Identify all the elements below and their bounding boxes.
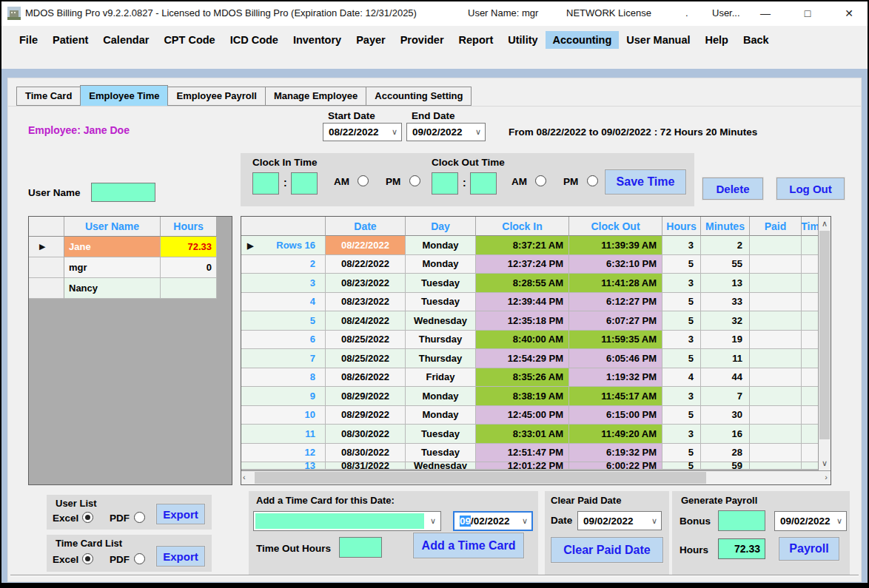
column-header-clock-out[interactable]: Clock Out xyxy=(569,217,662,236)
time-grid-row[interactable]: 1308/31/2022Wednesday12:01:22 PM6:00:22 … xyxy=(241,462,819,470)
time-out-hours-label: Time Out Hours xyxy=(256,543,331,554)
time-grid-row[interactable]: 408/23/2022Tuesday12:39:44 PM6:12:27 PM5… xyxy=(241,293,819,312)
maximize-icon[interactable]: □ xyxy=(795,1,820,26)
clear-paid-date-combobox[interactable]: 09/02/2022 ∨ xyxy=(577,511,662,530)
time-card-list-excel-radio[interactable] xyxy=(82,553,93,564)
time-card-combobox[interactable]: ∨ xyxy=(253,511,441,531)
payroll-date-combobox[interactable]: 09/02/2022 ∨ xyxy=(774,511,847,531)
column-header-paid[interactable]: Paid xyxy=(750,217,802,236)
accounting-panel: Time CardEmployee TimeEmployee PayrollMa… xyxy=(7,78,862,582)
menu-item-provider[interactable]: Provider xyxy=(393,31,452,49)
menu-item-calendar[interactable]: Calendar xyxy=(95,31,156,49)
column-header-clock-in[interactable]: Clock In xyxy=(476,217,569,236)
minimize-icon[interactable]: — xyxy=(753,1,778,26)
menu-item-inventory[interactable]: Inventory xyxy=(286,31,349,49)
clock-out-cell: 6:19:32 PM xyxy=(569,444,662,463)
payroll-button[interactable]: Payroll xyxy=(779,537,839,561)
day-cell: Tuesday xyxy=(406,293,476,312)
user-grid-row[interactable]: Nancy xyxy=(29,278,232,299)
clock-out-hour-input[interactable] xyxy=(432,172,458,195)
clock-in-pm-label: PM xyxy=(386,176,400,187)
logout-button[interactable]: Log Out xyxy=(776,178,845,200)
menu-item-utility[interactable]: Utility xyxy=(500,31,545,49)
user-name-column-header[interactable]: User Name xyxy=(64,217,161,237)
tab-time-card[interactable]: Time Card xyxy=(16,87,81,106)
column-header-minutes[interactable]: Minutes xyxy=(701,217,750,236)
minutes-cell: 16 xyxy=(701,425,750,444)
tab-employee-time[interactable]: Employee Time xyxy=(80,85,168,106)
row-selector-cell xyxy=(29,257,64,278)
clock-out-minute-input[interactable] xyxy=(470,172,497,195)
add-time-card-button[interactable]: Add a Time Card xyxy=(413,533,524,558)
column-header-date[interactable]: Date xyxy=(326,217,406,236)
user-name-cell: mgr xyxy=(64,257,161,278)
hours-column-header[interactable]: Hours xyxy=(161,217,217,237)
user-list-pdf-radio[interactable] xyxy=(134,512,145,523)
menu-item-back[interactable]: Back xyxy=(736,31,776,49)
horizontal-scrollbar[interactable]: ‹ › xyxy=(241,470,831,484)
bonus-input[interactable] xyxy=(718,510,765,531)
save-time-button[interactable]: Save Time xyxy=(605,169,686,195)
menu-item-cpt-code[interactable]: CPT Code xyxy=(156,31,222,49)
row-number: 6 xyxy=(310,334,315,345)
user-list-excel-radio[interactable] xyxy=(82,512,93,523)
title-bar: MDOS Billing Pro v9.2.2.0827 - Licensed … xyxy=(1,1,868,26)
user-list-export-button[interactable]: Export xyxy=(156,504,205,524)
menu-item-help[interactable]: Help xyxy=(698,31,736,49)
time-grid-row[interactable]: 908/29/2022Monday8:38:19 AM11:45:17 AM37 xyxy=(241,387,819,406)
tab-employee-payroll[interactable]: Employee Payroll xyxy=(167,87,265,106)
column-header-hours[interactable]: Hours xyxy=(662,217,701,236)
menu-item-file[interactable]: File xyxy=(12,31,45,49)
tab-manage-employee[interactable]: Manage Employee xyxy=(265,87,366,106)
add-card-date-picker[interactable]: 09/02/2022 ∨ xyxy=(453,511,533,531)
time-grid-row[interactable]: ▶Rows 1608/22/2022Monday8:37:21 AM11:39:… xyxy=(241,236,819,255)
clock-out-pm-radio[interactable] xyxy=(587,175,598,186)
menu-item-icd-code[interactable]: ICD Code xyxy=(223,31,286,49)
time-grid-row[interactable]: 208/22/2022Monday12:37:24 PM6:32:10 PM55… xyxy=(241,255,819,274)
column-header-day[interactable]: Day xyxy=(406,217,476,236)
time-cell xyxy=(802,387,819,406)
close-icon[interactable]: ✕ xyxy=(836,1,862,26)
menu-item-payer[interactable]: Payer xyxy=(349,31,393,49)
scroll-left-icon[interactable]: ‹ xyxy=(243,471,246,484)
start-date-combobox[interactable]: 08/22/2022 ∨ xyxy=(323,123,402,141)
column-header-tim[interactable]: Tim xyxy=(802,217,819,236)
vertical-scrollbar[interactable]: ∧ ∨ xyxy=(818,217,831,470)
user-grid-row[interactable]: ▶Jane72.33 xyxy=(29,237,232,257)
clock-in-minute-input[interactable] xyxy=(291,172,318,195)
clear-paid-date-button[interactable]: Clear Paid Date xyxy=(551,537,663,563)
date-cell: 08/31/2022 xyxy=(326,462,406,470)
clock-in-pm-radio[interactable] xyxy=(409,175,420,186)
scroll-down-icon[interactable]: ∨ xyxy=(819,457,831,470)
tab-accounting-setting[interactable]: Accounting Setting xyxy=(366,87,472,106)
hours-cell: 4 xyxy=(662,368,701,388)
time-grid-row[interactable]: 308/23/2022Tuesday8:28:55 AM11:41:28 AM3… xyxy=(241,274,819,293)
clock-out-am-radio[interactable] xyxy=(535,175,546,186)
menu-item-user-manual[interactable]: User Manual xyxy=(619,31,697,49)
menu-item-report[interactable]: Report xyxy=(452,31,501,49)
horizontal-scroll-thumb[interactable] xyxy=(255,472,706,484)
time-grid-row[interactable]: 1108/30/2022Tuesday8:33:01 AM11:49:20 AM… xyxy=(241,425,819,444)
clock-in-hour-input[interactable] xyxy=(252,172,279,195)
time-out-hours-input[interactable] xyxy=(339,537,382,558)
scroll-right-icon[interactable]: › xyxy=(825,471,828,484)
time-grid-row[interactable]: 1208/30/2022Tuesday12:51:47 PM6:19:32 PM… xyxy=(241,444,819,463)
clock-in-am-radio[interactable] xyxy=(358,175,369,186)
end-date-combobox[interactable]: 09/02/2022 ∨ xyxy=(406,123,486,141)
menu-item-accounting[interactable]: Accounting xyxy=(546,31,620,49)
time-grid-row[interactable]: 608/25/2022Thursday8:40:00 AM11:59:35 AM… xyxy=(241,331,819,350)
time-grid-row[interactable]: 808/26/2022Friday8:35:26 AM1:19:32 PM444 xyxy=(241,368,819,388)
vertical-scroll-thumb[interactable] xyxy=(819,231,830,439)
user-grid-row[interactable]: mgr0 xyxy=(29,257,232,278)
minutes-cell: 59 xyxy=(701,462,750,470)
time-card-list-pdf-radio[interactable] xyxy=(134,553,145,564)
delete-button[interactable]: Delete xyxy=(702,178,763,200)
row-selector-cell: 6 xyxy=(241,331,326,350)
scroll-up-icon[interactable]: ∧ xyxy=(819,217,831,230)
user-name-input[interactable] xyxy=(91,183,155,202)
time-grid-row[interactable]: 708/25/2022Thursday12:54:29 PM6:05:46 PM… xyxy=(241,349,819,368)
menu-item-patient[interactable]: Patient xyxy=(45,31,95,49)
time-grid-row[interactable]: 1008/29/2022Monday12:45:00 PM6:15:00 PM5… xyxy=(241,406,819,425)
time-grid-row[interactable]: 508/24/2022Wednesday12:35:18 PM6:07:27 P… xyxy=(241,311,819,331)
time-card-list-export-button[interactable]: Export xyxy=(156,546,205,567)
